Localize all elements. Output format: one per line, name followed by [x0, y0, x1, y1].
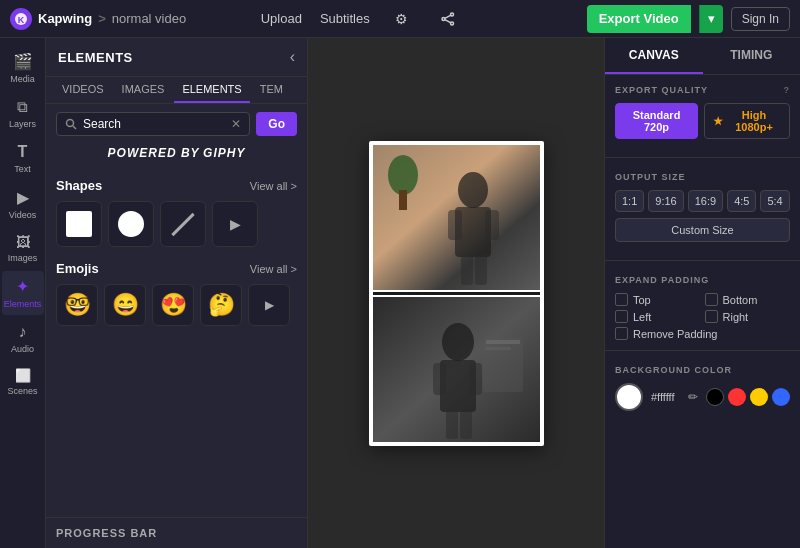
svg-rect-26 [460, 409, 472, 439]
tab-elements[interactable]: ELEMENTS [174, 77, 249, 103]
quality-720p-button[interactable]: Standard 720p [615, 103, 698, 139]
panel-header: ELEMENTS ‹ [46, 38, 307, 77]
sidebar-item-elements[interactable]: ✦ Elements [2, 271, 44, 315]
size-5-4[interactable]: 5:4 [760, 190, 789, 212]
svg-rect-29 [486, 347, 511, 350]
shapes-grid: ▶ [56, 201, 297, 247]
padding-right-label: Right [723, 311, 749, 323]
svg-rect-15 [461, 255, 473, 285]
svg-line-8 [73, 126, 76, 129]
custom-size-button[interactable]: Custom Size [615, 218, 790, 242]
tab-videos[interactable]: VIDEOS [54, 77, 112, 103]
emoji-item-4[interactable]: ▶ [248, 284, 290, 326]
color-blue[interactable] [772, 388, 790, 406]
right-tabs: CANVAS TIMING [605, 38, 800, 75]
svg-rect-25 [446, 409, 458, 439]
padding-left: Left [615, 310, 701, 323]
settings-icon[interactable]: ⚙ [388, 5, 416, 33]
videos-icon: ▶ [17, 188, 29, 207]
svg-rect-16 [475, 255, 487, 285]
canvas-area[interactable] [308, 38, 604, 548]
panel-close-button[interactable]: ‹ [290, 48, 295, 66]
audio-icon: ♪ [19, 323, 27, 341]
svg-point-4 [442, 17, 445, 20]
color-swatch-white[interactable] [615, 383, 643, 411]
svg-point-7 [67, 120, 74, 127]
svg-rect-13 [448, 210, 462, 240]
giphy-label: POWERED BY GIPHY [46, 144, 307, 166]
video-clip-bottom [373, 297, 540, 442]
sidebar-label-text: Text [14, 164, 31, 174]
subtitles-link[interactable]: Subtitles [320, 11, 370, 26]
svg-text:K: K [18, 15, 25, 25]
tab-timing[interactable]: TIMING [703, 38, 801, 74]
shape-more-item[interactable]: ▶ [212, 201, 258, 247]
export-button[interactable]: Export Video [587, 5, 691, 33]
emojis-section-header: Emojis View all > [56, 261, 297, 276]
topbar: K Kapwing > normal video Upload Subtitle… [0, 0, 800, 38]
shape-square-item[interactable] [56, 201, 102, 247]
tab-canvas[interactable]: CANVAS [605, 38, 703, 74]
panel-tabs: VIDEOS IMAGES ELEMENTS TEM [46, 77, 307, 104]
emojis-view-all[interactable]: View all > [250, 263, 297, 275]
export-dropdown-button[interactable]: ▾ [699, 5, 723, 33]
project-name: normal video [112, 11, 186, 26]
left-checkbox[interactable] [615, 310, 628, 323]
signin-button[interactable]: Sign In [731, 7, 790, 31]
search-clear-icon[interactable]: ✕ [231, 117, 241, 131]
emoji-item-3[interactable]: 🤔 [200, 284, 242, 326]
svg-rect-23 [433, 363, 446, 395]
remove-padding-label: Remove Padding [633, 328, 717, 340]
topbar-actions: Export Video ▾ Sign In [587, 5, 790, 33]
scenes-icon: ⬜ [15, 368, 31, 383]
tab-tem[interactable]: TEM [252, 77, 291, 103]
search-box: ✕ [56, 112, 250, 136]
logo: K Kapwing > normal video [10, 8, 186, 30]
right-checkbox[interactable] [705, 310, 718, 323]
size-row: 1:1 9:16 16:9 4:5 5:4 [615, 190, 790, 212]
elements-panel: ELEMENTS ‹ VIDEOS IMAGES ELEMENTS TEM ✕ … [46, 38, 308, 548]
shapes-view-all[interactable]: View all > [250, 180, 297, 192]
sidebar-item-layers[interactable]: ⧉ Layers [2, 92, 44, 135]
search-input[interactable] [83, 117, 225, 131]
right-panel: CANVAS TIMING EXPORT QUALITY ? Standard … [604, 38, 800, 548]
size-1-1[interactable]: 1:1 [615, 190, 644, 212]
elements-icon: ✦ [16, 277, 29, 296]
media-icon: 🎬 [13, 52, 33, 71]
sidebar-item-images[interactable]: 🖼 Images [2, 228, 44, 269]
emoji-item-2[interactable]: 😍 [152, 284, 194, 326]
remove-padding-checkbox[interactable] [615, 327, 628, 340]
size-16-9[interactable]: 16:9 [688, 190, 723, 212]
shape-circle-item[interactable] [108, 201, 154, 247]
quality-1080p-button[interactable]: ★ High 1080p+ [704, 103, 790, 139]
upload-link[interactable]: Upload [261, 11, 302, 26]
quality-help-icon[interactable]: ? [784, 85, 791, 95]
go-button[interactable]: Go [256, 112, 297, 136]
share-icon[interactable] [434, 5, 462, 33]
video-frame [369, 141, 544, 446]
size-4-5[interactable]: 4:5 [727, 190, 756, 212]
images-icon: 🖼 [16, 234, 30, 250]
sidebar-item-videos[interactable]: ▶ Videos [2, 182, 44, 226]
padding-bottom: Bottom [705, 293, 791, 306]
emoji-item-1[interactable]: 😄 [104, 284, 146, 326]
sidebar-item-audio[interactable]: ♪ Audio [2, 317, 44, 360]
sidebar-item-text[interactable]: T Text [2, 137, 44, 180]
shapes-title: Shapes [56, 178, 102, 193]
color-yellow[interactable] [750, 388, 768, 406]
sidebar-item-scenes[interactable]: ⬜ Scenes [2, 362, 44, 402]
video-clip-top [373, 145, 540, 290]
color-black[interactable] [706, 388, 724, 406]
sidebar-item-media[interactable]: 🎬 Media [2, 46, 44, 90]
shape-line-item[interactable] [160, 201, 206, 247]
svg-rect-27 [483, 337, 523, 392]
bottom-checkbox[interactable] [705, 293, 718, 306]
background-color-section: BACKGROUND COLOR #ffffff ✏ [605, 355, 800, 417]
tab-images[interactable]: IMAGES [114, 77, 173, 103]
edit-color-icon[interactable]: ✏ [688, 390, 698, 404]
emoji-item-0[interactable]: 🤓 [56, 284, 98, 326]
color-red[interactable] [728, 388, 746, 406]
size-9-16[interactable]: 9:16 [648, 190, 683, 212]
logo-icon: K [10, 8, 32, 30]
top-checkbox[interactable] [615, 293, 628, 306]
